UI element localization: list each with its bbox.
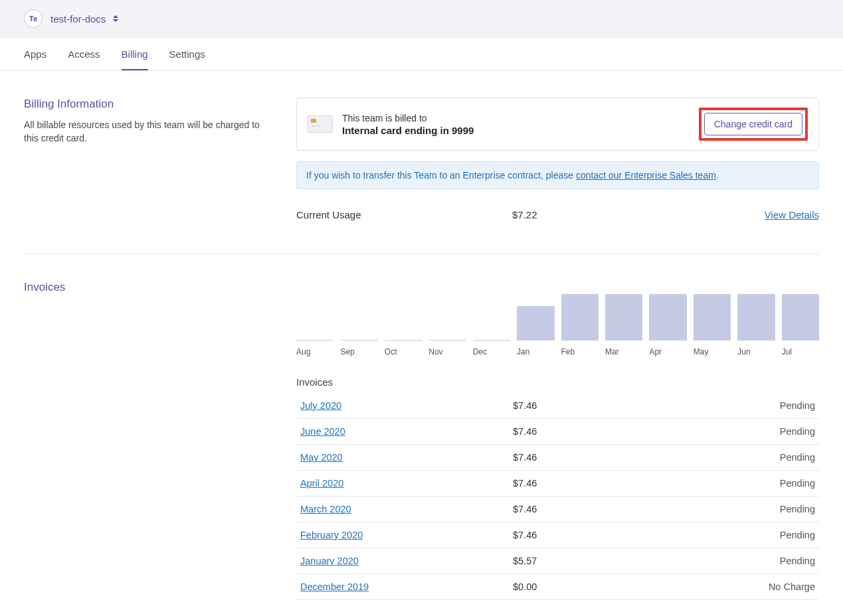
- invoices-bar-chart: [296, 281, 819, 341]
- invoice-status: No Charge: [769, 581, 815, 592]
- table-row: February 2020$7.46Pending: [296, 522, 819, 548]
- tab-settings[interactable]: Settings: [169, 39, 205, 69]
- nav-tabs: AppsAccessBillingSettings: [0, 38, 843, 71]
- billing-info-title: Billing Information: [24, 98, 270, 111]
- invoice-link[interactable]: January 2020: [300, 556, 513, 566]
- chart-month-label: Apr: [649, 347, 686, 356]
- banner-suffix: .: [716, 170, 719, 181]
- table-row: March 2020$7.46Pending: [296, 497, 819, 522]
- invoice-amount: $7.46: [513, 504, 780, 514]
- current-usage-label: Current Usage: [296, 209, 512, 220]
- chart-bar: [782, 294, 819, 341]
- credit-card-icon: [308, 116, 333, 133]
- enterprise-banner: If you wish to transfer this Team to an …: [296, 161, 819, 189]
- invoice-link[interactable]: December 2019: [300, 581, 513, 592]
- enterprise-sales-link[interactable]: contact our Enterprise Sales team: [576, 170, 716, 181]
- topbar: Te test-for-docs: [0, 0, 843, 38]
- team-badge[interactable]: Te: [24, 9, 43, 28]
- highlight-annotation: Change credit card: [699, 108, 808, 141]
- table-row: December 2019$0.00No Charge: [296, 574, 819, 600]
- tab-billing[interactable]: Billing: [122, 39, 148, 70]
- invoice-amount: $7.46: [513, 452, 780, 463]
- chart-month-label: Oct: [385, 347, 422, 356]
- invoice-table: July 2020$7.46PendingJune 2020$7.46Pendi…: [296, 393, 819, 600]
- chart-bar: [517, 306, 554, 341]
- chart-bar: [296, 340, 333, 341]
- invoice-link[interactable]: March 2020: [300, 504, 513, 514]
- invoice-link[interactable]: June 2020: [300, 426, 513, 437]
- chart-month-label: Jan: [517, 347, 554, 356]
- table-row: January 2020$5.57Pending: [296, 548, 819, 574]
- chart-bar: [385, 340, 422, 341]
- invoice-status: Pending: [780, 530, 815, 540]
- invoice-amount: $5.57: [513, 556, 780, 566]
- table-row: July 2020$7.46Pending: [296, 393, 819, 419]
- invoice-status: Pending: [780, 504, 815, 514]
- invoice-amount: $0.00: [513, 581, 769, 592]
- chart-bar: [340, 340, 377, 341]
- invoice-link[interactable]: February 2020: [300, 530, 513, 540]
- chart-bar: [428, 340, 466, 341]
- chart-month-label: Aug: [296, 347, 333, 356]
- chart-bar: [605, 294, 642, 341]
- section-divider: [24, 254, 819, 254]
- table-row: June 2020$7.46Pending: [296, 419, 819, 445]
- chart-month-label: Sep: [340, 347, 377, 356]
- chart-bar: [473, 340, 510, 341]
- invoice-status: Pending: [780, 452, 815, 463]
- chart-month-label: Jun: [737, 347, 775, 356]
- chart-bar: [649, 294, 686, 341]
- chart-month-label: Jul: [782, 347, 819, 356]
- invoice-link[interactable]: May 2020: [300, 452, 513, 463]
- table-row: April 2020$7.46Pending: [296, 471, 819, 497]
- chart-month-label: Feb: [561, 347, 599, 356]
- change-credit-card-button[interactable]: Change credit card: [704, 113, 802, 135]
- invoices-subheading: Invoices: [296, 376, 819, 388]
- current-usage-amount: $7.22: [512, 209, 765, 220]
- tab-apps[interactable]: Apps: [24, 39, 47, 69]
- card-ending-label: Internal card ending in 9999: [342, 125, 690, 136]
- invoice-amount: $7.46: [513, 426, 780, 437]
- chart-bar: [694, 294, 731, 341]
- invoices-title: Invoices: [24, 281, 270, 294]
- chart-bar: [737, 294, 775, 341]
- invoice-status: Pending: [780, 556, 815, 566]
- banner-prefix: If you wish to transfer this Team to an …: [306, 170, 576, 181]
- chart-bar: [561, 294, 599, 341]
- billing-info-description: All billable resources used by this team…: [24, 119, 270, 145]
- invoice-status: Pending: [780, 426, 815, 437]
- invoice-status: Pending: [780, 400, 815, 411]
- table-row: May 2020$7.46Pending: [296, 445, 819, 471]
- card-billed-to-label: This team is billed to: [342, 113, 690, 123]
- chevron-updown-icon[interactable]: [111, 14, 120, 23]
- invoice-amount: $7.46: [513, 478, 780, 489]
- chart-month-label: Mar: [605, 347, 642, 356]
- chart-month-label: Dec: [473, 347, 510, 356]
- tab-access[interactable]: Access: [68, 39, 100, 69]
- team-selector[interactable]: test-for-docs: [50, 13, 106, 25]
- invoice-amount: $7.46: [513, 530, 780, 540]
- invoice-amount: $7.46: [513, 400, 780, 411]
- invoice-status: Pending: [780, 478, 815, 489]
- chart-month-label: Nov: [428, 347, 466, 356]
- view-details-link[interactable]: View Details: [765, 209, 819, 220]
- chart-month-label: May: [694, 347, 731, 356]
- invoice-link[interactable]: April 2020: [300, 478, 513, 489]
- credit-card-box: This team is billed to Internal card end…: [296, 98, 819, 151]
- invoice-link[interactable]: July 2020: [300, 400, 513, 411]
